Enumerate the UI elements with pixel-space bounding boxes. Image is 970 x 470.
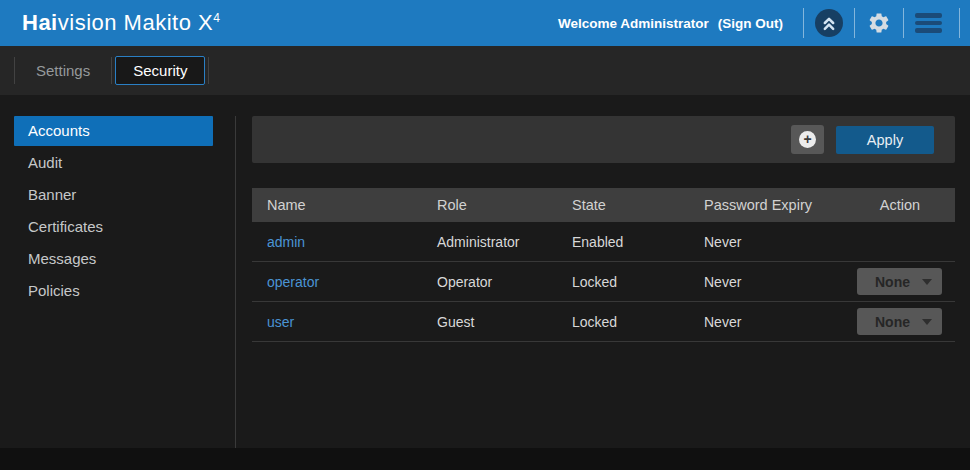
sidebar-item-messages[interactable]: Messages xyxy=(14,244,213,274)
sidebar-item-banner[interactable]: Banner xyxy=(14,180,213,210)
tab-divider xyxy=(111,57,112,84)
top-bar-right: Welcome Administrator(Sign Out) xyxy=(558,0,970,46)
column-header-role: Role xyxy=(437,197,572,213)
action-dropdown[interactable]: None xyxy=(857,308,942,335)
hamburger-menu-button[interactable] xyxy=(915,13,942,33)
action-dropdown[interactable]: None xyxy=(857,268,942,295)
table-row: operator Operator Locked Never None xyxy=(252,262,955,302)
topbar-divider xyxy=(959,8,960,38)
password-expiry-cell: Never xyxy=(704,234,845,250)
footer-bar xyxy=(0,448,970,470)
password-expiry-cell: Never xyxy=(704,274,845,290)
role-cell: Guest xyxy=(437,314,572,330)
main-area: Accounts Audit Banner Certificates Messa… xyxy=(0,95,970,448)
tab-security[interactable]: Security xyxy=(115,56,205,85)
column-header-state: State xyxy=(572,197,704,213)
action-cell: None xyxy=(845,268,955,295)
brand-bold: Hai xyxy=(22,10,58,35)
column-header-password-expiry: Password Expiry xyxy=(704,197,845,213)
top-bar: Haivision Makito X4 Welcome Administrato… xyxy=(0,0,970,46)
double-chevron-up-icon xyxy=(819,13,839,33)
account-link-operator[interactable]: operator xyxy=(267,274,319,290)
table-header-row: Name Role State Password Expiry Action xyxy=(252,188,955,222)
plus-circle-icon: + xyxy=(799,131,816,148)
welcome-text: Welcome Administrator(Sign Out) xyxy=(558,16,783,31)
password-expiry-cell: Never xyxy=(704,314,845,330)
sidebar-item-policies[interactable]: Policies xyxy=(14,276,213,306)
role-cell: Operator xyxy=(437,274,572,290)
topbar-divider xyxy=(803,8,804,38)
content-area: + Apply Name Role State Password Expiry … xyxy=(252,95,955,448)
hamburger-icon xyxy=(915,13,942,18)
account-link-user[interactable]: user xyxy=(267,314,294,330)
state-cell: Locked xyxy=(572,274,704,290)
role-cell: Administrator xyxy=(437,234,572,250)
accounts-table: Name Role State Password Expiry Action a… xyxy=(252,188,955,342)
sidebar-item-audit[interactable]: Audit xyxy=(14,148,213,178)
tab-bar: Settings Security xyxy=(0,46,970,95)
accounts-toolbar: + Apply xyxy=(252,116,955,163)
tab-divider xyxy=(208,57,209,84)
chevron-down-icon xyxy=(922,279,932,285)
topbar-divider xyxy=(903,8,904,38)
account-link-admin[interactable]: admin xyxy=(267,234,305,250)
tab-settings[interactable]: Settings xyxy=(15,56,111,85)
column-header-action: Action xyxy=(845,197,955,213)
action-dropdown-value: None xyxy=(875,274,910,290)
add-account-button[interactable]: + xyxy=(791,125,824,154)
table-row: user Guest Locked Never None xyxy=(252,302,955,342)
gear-icon xyxy=(867,11,891,35)
topbar-divider xyxy=(854,8,855,38)
state-cell: Enabled xyxy=(572,234,704,250)
table-row: admin Administrator Enabled Never xyxy=(252,222,955,262)
sidebar: Accounts Audit Banner Certificates Messa… xyxy=(0,95,235,448)
sidebar-item-accounts[interactable]: Accounts xyxy=(14,116,213,146)
brand-light: vision Makito X xyxy=(58,10,213,35)
status-button[interactable] xyxy=(815,9,843,37)
chevron-down-icon xyxy=(922,319,932,325)
sidebar-item-certificates[interactable]: Certificates xyxy=(14,212,213,242)
action-dropdown-value: None xyxy=(875,314,910,330)
action-cell: None xyxy=(845,308,955,335)
sidebar-divider xyxy=(235,116,236,448)
sign-out-link[interactable]: (Sign Out) xyxy=(718,16,783,31)
settings-gear-button[interactable] xyxy=(866,10,892,36)
brand-logo: Haivision Makito X4 xyxy=(22,10,220,36)
welcome-label: Welcome Administrator xyxy=(558,16,709,31)
column-header-name: Name xyxy=(252,197,437,213)
apply-button[interactable]: Apply xyxy=(836,126,934,154)
brand-sup: 4 xyxy=(213,11,220,25)
state-cell: Locked xyxy=(572,314,704,330)
